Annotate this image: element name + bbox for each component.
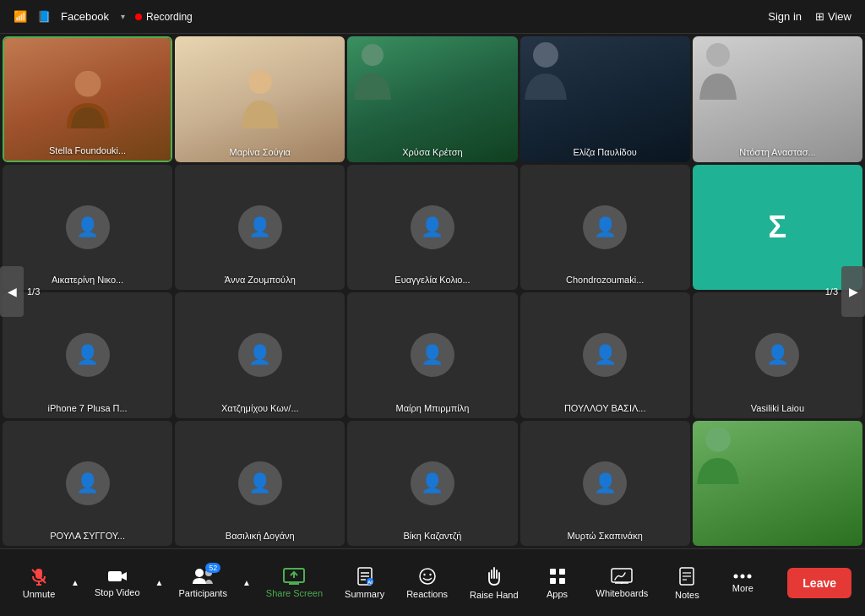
- participants-grid: Stella Foundouki... Μαρίνα Σούγια Χρύσα …: [0, 34, 865, 548]
- svg-point-5: [705, 427, 731, 452]
- participant-cell: Ελίζα Παυλίδου: [520, 36, 690, 162]
- svg-rect-26: [559, 569, 565, 575]
- summary-label: Summary: [345, 589, 384, 599]
- svg-point-11: [195, 569, 204, 577]
- avatar: 👤: [238, 333, 282, 377]
- reactions-button[interactable]: Reactions: [398, 562, 456, 604]
- toolbar-left-items: Unmute ▲ Stop Video ▲ 5: [14, 561, 768, 605]
- participant-name: ΡΟΥΛΑ ΣΥΓΓΟΥ...: [50, 531, 125, 541]
- participant-cell: Ντόστη Αναστασ...: [693, 36, 862, 162]
- participant-cell: 👤 Chondrozoumaki...: [520, 165, 690, 291]
- svg-point-1: [248, 70, 272, 94]
- unmute-label: Unmute: [23, 589, 56, 599]
- participant-cell: 👤 Χατζημίχου Κων/...: [175, 292, 345, 418]
- participant-name: iPhone 7 Plusa Π...: [48, 403, 128, 413]
- grid-icon: ⊞: [815, 10, 824, 23]
- participant-name: Βίκη Καζαντζή: [404, 531, 462, 541]
- reactions-label: Reactions: [406, 589, 448, 599]
- participants-caret-button[interactable]: ▲: [241, 578, 253, 587]
- leave-button[interactable]: Leave: [787, 568, 851, 598]
- participant-cell: 👤 Άννα Ζουμπούλη: [175, 165, 345, 291]
- video-feed: [347, 36, 517, 162]
- notes-button[interactable]: Notes: [661, 561, 712, 605]
- camera-icon: [107, 569, 128, 584]
- share-screen-button[interactable]: Share Screen: [258, 563, 331, 603]
- video-feed: [4, 38, 171, 161]
- participant-name: Ελίζα Παυλίδου: [574, 147, 637, 157]
- app-name[interactable]: Facebook: [61, 10, 109, 23]
- notes-label: Notes: [675, 590, 699, 600]
- avatar: 👤: [411, 461, 454, 505]
- apps-icon: [548, 567, 567, 586]
- raise-hand-label: Raise Hand: [470, 590, 518, 600]
- participants-button[interactable]: 52 Participants: [170, 563, 235, 603]
- share-screen-icon: [283, 568, 305, 585]
- top-bar: 📶 📘 Facebook ▾ Recording Sign in ⊞ View: [0, 0, 865, 34]
- participant-cell: Μαρίνα Σούγια: [175, 36, 345, 162]
- sigma-symbol: Σ: [769, 210, 787, 245]
- participant-cell: 👤 Μυρτώ Σκαπινάκη: [520, 421, 690, 547]
- view-label: View: [828, 10, 851, 23]
- avatar: 👤: [66, 333, 110, 377]
- recording-dot: [135, 14, 142, 20]
- avatar: 👤: [583, 461, 627, 505]
- avatar: 👤: [411, 205, 454, 249]
- next-page-button[interactable]: ▶: [841, 266, 865, 317]
- svg-point-3: [533, 42, 558, 68]
- svg-point-36: [734, 574, 738, 578]
- view-button[interactable]: ⊞ View: [815, 10, 851, 23]
- participant-name: ΠΟΥΛΛΟΥ ΒΑΣΙΛ...: [564, 403, 646, 413]
- participants-icon: 52: [192, 568, 214, 585]
- avatar: 👤: [411, 333, 454, 377]
- whiteboards-label: Whiteboards: [596, 588, 649, 598]
- facebook-icon: 📘: [37, 10, 51, 23]
- participant-cell: 👤 Βασιλική Δογάνη: [175, 421, 345, 547]
- top-bar-left: 📶 📘 Facebook ▾ Recording: [14, 10, 193, 23]
- participant-cell: 👤 ΡΟΥΛΑ ΣΥΓΓΟΥ...: [3, 421, 172, 547]
- recording-badge: Recording: [135, 11, 193, 23]
- reactions-icon: [418, 567, 437, 586]
- svg-point-24: [429, 573, 431, 575]
- participant-cell-sigma: Σ: [693, 165, 862, 291]
- more-button[interactable]: More: [717, 568, 768, 598]
- wifi-icon: 📶: [14, 10, 27, 23]
- apps-label: Apps: [547, 589, 568, 599]
- participant-name: Βασιλική Δογάνη: [226, 531, 295, 541]
- participant-name: Μαίρη Μπιρμπίλη: [396, 403, 470, 413]
- participant-name: Αικατερίνη Νικο...: [52, 275, 123, 285]
- sign-in-button[interactable]: Sign in: [768, 10, 802, 23]
- participant-name: Stella Foundouki...: [49, 145, 126, 155]
- svg-point-22: [420, 569, 435, 584]
- participant-name: Μυρτώ Σκαπινάκη: [568, 531, 643, 541]
- stop-video-caret-button[interactable]: ▲: [154, 578, 166, 587]
- stop-video-label: Stop Video: [95, 587, 140, 597]
- avatar: 👤: [238, 205, 282, 249]
- apps-button[interactable]: Apps: [532, 562, 583, 604]
- unmute-caret-button[interactable]: ▲: [69, 578, 81, 587]
- svg-point-38: [748, 574, 752, 578]
- prev-page-button[interactable]: ◀: [0, 266, 24, 317]
- participant-name: Χρύσα Κρέτση: [402, 147, 462, 157]
- svg-rect-28: [559, 578, 565, 584]
- raise-hand-button[interactable]: Raise Hand: [461, 561, 526, 605]
- share-screen-label: Share Screen: [266, 588, 323, 598]
- participant-cell: 👤 Μαίρη Μπιρμπίλη: [347, 292, 517, 418]
- whiteboards-button[interactable]: Whiteboards: [588, 563, 657, 603]
- video-area: ◀ 1/3 Stella Foundouki... Μαρ: [0, 34, 865, 548]
- avatar: 👤: [66, 461, 110, 505]
- participant-cell: [693, 421, 862, 547]
- toolbar: Unmute ▲ Stop Video ▲ 5: [0, 548, 865, 616]
- summary-icon: AI: [356, 567, 374, 586]
- stop-video-button[interactable]: Stop Video: [86, 564, 149, 602]
- participant-name: Ντόστη Αναστασ...: [739, 147, 815, 157]
- more-label: More: [732, 583, 753, 593]
- more-icon: [732, 573, 753, 580]
- summary-button[interactable]: AI Summary: [336, 562, 393, 604]
- avatar: 👤: [238, 461, 282, 505]
- participant-name: Άννα Ζουμπούλη: [225, 275, 296, 285]
- participant-cell: 👤 iPhone 7 Plusa Π...: [3, 292, 172, 418]
- unmute-button[interactable]: Unmute: [14, 562, 64, 604]
- participants-badge: 52: [205, 563, 220, 573]
- microphone-muted-icon: [30, 567, 48, 586]
- svg-rect-27: [550, 578, 556, 584]
